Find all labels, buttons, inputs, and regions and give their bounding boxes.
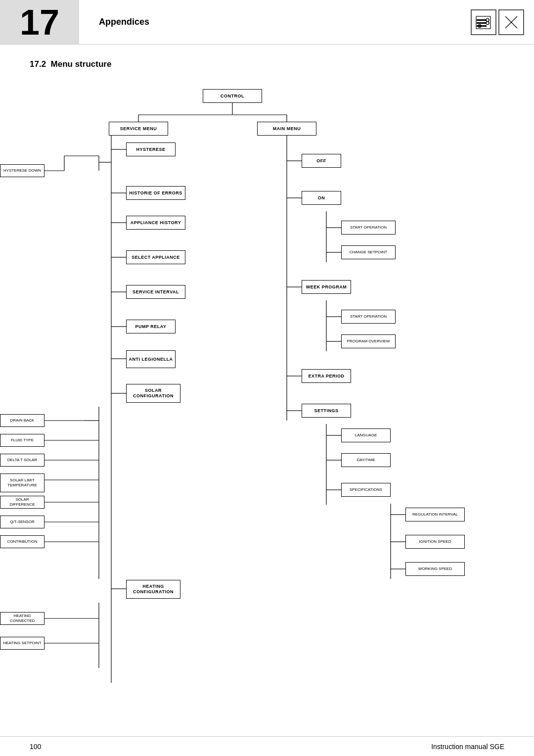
node-settings: SETTINGS (302, 404, 351, 418)
node-anti-legionella: ANTI LEGIONELLA (126, 350, 176, 368)
node-historie-errors: HISTORIE OF ERRORS (126, 186, 185, 200)
header-icons (471, 0, 534, 44)
settings-icon (471, 9, 496, 35)
node-heating-connected: HEATING CONNECTED (0, 612, 44, 625)
node-service-menu: SERVICE MENU (109, 122, 168, 136)
svg-rect-0 (477, 19, 487, 21)
page-header: 17 Appendices (0, 0, 534, 45)
node-change-setpoint: CHANGE SETPOINT (341, 245, 396, 259)
node-language: LANGUAGE (341, 428, 391, 442)
node-regulation-interval: REGULATION INTERVAL (405, 508, 465, 521)
node-fluid-type: FLUID TYPE (0, 434, 44, 447)
node-ignition-speed: IGNITION SPEED (405, 535, 465, 549)
node-start-operation-1: START OPERATION (341, 221, 396, 235)
section-title: 17.2 Menu structure (0, 45, 534, 74)
node-appliance-history: APPLIANCE HISTORY (126, 216, 185, 230)
node-pump-relay: PUMP RELAY (126, 320, 176, 333)
node-control: CONTROL (203, 89, 262, 103)
node-hysterese: HYSTERESE (126, 142, 176, 156)
node-drain-back: DRAIN BACK (0, 414, 44, 427)
tools-icon (498, 9, 524, 35)
node-heating-config: HEATING CONFIGURATION (126, 580, 180, 599)
node-hysterese-down: HYSTERESE DOWN (0, 164, 44, 177)
node-specifications: SPECIFICATIONS (341, 483, 391, 497)
chapter-number: 17 (0, 0, 79, 44)
chapter-title: Appendices (79, 0, 471, 44)
node-select-appliance: SELECT APPLIANCE (126, 250, 185, 264)
node-heating-setpoint: HEATING SETPOINT (0, 637, 44, 650)
node-solar-difference: SOLAR DIFFERENCE (0, 496, 44, 509)
node-off: OFF (302, 154, 341, 168)
page-footer: 100 Instruction manual SGE (0, 736, 534, 756)
svg-rect-1 (477, 22, 487, 24)
node-contribution: CONTRIBUTION (0, 535, 44, 548)
page-number: 100 (30, 743, 41, 751)
node-solar-config: SOLAR CONFIGURATION (126, 384, 180, 403)
node-solar-limit-temp: SOLAR LIMIT TEMPERATURE (0, 473, 44, 492)
node-extra-period: EXTRA PERIOD (302, 369, 351, 383)
node-delta-t-solar: DELTA T SOLAR (0, 454, 44, 467)
node-service-interval: SERVICE INTERVAL (126, 285, 185, 299)
node-working-speed: WORKING SPEED (405, 562, 465, 576)
node-week-program: WEEK PROGRAM (302, 280, 351, 294)
manual-title: Instruction manual SGE (431, 743, 504, 751)
node-qt-sensor: Q/T-SENSOR (0, 516, 44, 528)
node-program-overview: PROGRAM OVERVIEW (341, 334, 396, 348)
node-main-menu: MAIN MENU (257, 122, 316, 136)
menu-structure-diagram: CONTROL SERVICE MENU MAIN MENU HYSTERESE… (0, 74, 534, 747)
node-on: ON (302, 191, 341, 205)
node-start-operation-2: START OPERATION (341, 310, 396, 324)
node-day-time: DAY/TIME (341, 453, 391, 467)
